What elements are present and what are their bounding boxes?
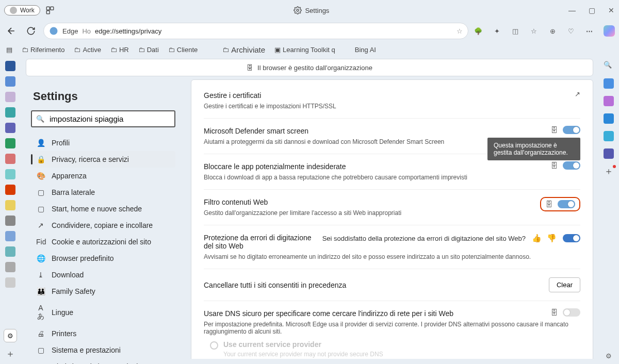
pinned-app[interactable] bbox=[5, 277, 15, 288]
clear-button[interactable]: Clear bbox=[549, 277, 580, 292]
profile-pill[interactable]: Work bbox=[4, 5, 40, 15]
close-button[interactable]: ✕ bbox=[608, 6, 615, 14]
vertical-tabs-button[interactable]: ▤ bbox=[6, 46, 12, 54]
dns-toggle[interactable] bbox=[563, 308, 580, 317]
nav-item-label: Sistema e prestazioni bbox=[52, 346, 121, 354]
sidebar-settings-icon[interactable]: ⚙ bbox=[606, 352, 612, 360]
nav-item-icon: ▢ bbox=[36, 346, 45, 354]
pinned-app[interactable] bbox=[5, 169, 15, 179]
minimize-button[interactable]: ― bbox=[568, 6, 576, 14]
settings-app-icon[interactable]: ⚙ bbox=[4, 329, 17, 342]
setting-certificates[interactable]: Gestire i certificati Gestire i certific… bbox=[204, 83, 580, 119]
nav-item-label: Condividere, copiare e incollare bbox=[52, 221, 153, 229]
pinned-app[interactable] bbox=[5, 76, 15, 87]
sidebar-add-button[interactable]: ＋ bbox=[604, 166, 614, 176]
add-app-button[interactable]: ＋ bbox=[6, 348, 15, 360]
setting-block-apps: Bloccare le app potenzialmente indesider… bbox=[204, 154, 580, 190]
settings-nav-item[interactable]: 🎨Apparenza bbox=[31, 168, 175, 184]
blockapps-toggle[interactable] bbox=[563, 161, 580, 170]
edge-logo-icon bbox=[49, 26, 58, 36]
sidebar-app-icon[interactable] bbox=[604, 96, 614, 106]
thumbs-up-icon[interactable]: 👍 bbox=[532, 234, 542, 243]
nav-item-icon: ▢ bbox=[36, 205, 45, 213]
bookmark-folder[interactable]: 🗀Dati bbox=[138, 46, 159, 54]
favorites-icon[interactable]: ☆ bbox=[529, 26, 539, 36]
settings-nav-item[interactable]: ↗Condividere, copiare e incollare bbox=[31, 217, 175, 234]
nav-item-label: Download bbox=[52, 271, 84, 279]
settings-nav-item[interactable]: 👤Profili bbox=[31, 135, 175, 151]
sidebar-shopping-icon[interactable] bbox=[604, 78, 614, 89]
copilot-icon[interactable] bbox=[604, 25, 615, 37]
refresh-button[interactable] bbox=[24, 24, 38, 38]
bookmark-link[interactable]: ▣Learning Toolkit q bbox=[274, 46, 335, 54]
bookmark-folder[interactable]: 🗀Active bbox=[74, 46, 101, 54]
settings-sidebar: Settings 🔍 👤Profili🔒Privacy, ricerca e s… bbox=[26, 79, 181, 359]
workspaces-icon[interactable] bbox=[45, 6, 55, 15]
pinned-app[interactable] bbox=[5, 154, 15, 164]
settings-nav-item[interactable]: ▢Start, home e nuove schede bbox=[31, 201, 175, 217]
bookmark-folder[interactable]: 🗀HR bbox=[110, 46, 129, 54]
pinned-app[interactable] bbox=[5, 138, 15, 148]
dns-option-current: Use current service provider Your curren… bbox=[204, 335, 580, 359]
settings-nav-item[interactable]: ▢Barra laterale bbox=[31, 184, 175, 201]
pinned-app[interactable] bbox=[5, 123, 15, 133]
sidebar-app-icon[interactable] bbox=[604, 131, 614, 141]
defender-toggle[interactable] bbox=[563, 126, 580, 134]
settings-nav-item[interactable]: 🔒Privacy, ricerca e servizi bbox=[31, 151, 175, 168]
webfilter-toggle[interactable] bbox=[558, 200, 575, 208]
bookmark-folder[interactable]: 🗀Riferimento bbox=[22, 46, 64, 54]
search-input[interactable] bbox=[48, 114, 170, 124]
pinned-app[interactable] bbox=[5, 185, 15, 195]
briefcase-lock-icon: 🗄 bbox=[545, 200, 552, 208]
url-bar[interactable]: Edge Ho edge://settings/privacy ☆ bbox=[43, 23, 468, 39]
settings-nav-item[interactable]: FidCookie e autorizzazioni del sito bbox=[31, 234, 175, 250]
split-view-icon[interactable]: ◫ bbox=[511, 26, 520, 36]
settings-nav-item[interactable]: 👪Family Safety bbox=[31, 283, 175, 300]
window-titlebar: Work Settings ― ▢ ✕ bbox=[0, 0, 619, 21]
nav-item-icon: 🖨 bbox=[36, 329, 45, 338]
managed-by-org-banner[interactable]: 🗄 Il browser è gestito dall'organizzazio… bbox=[26, 59, 593, 76]
favorite-star-icon[interactable]: ☆ bbox=[457, 27, 463, 35]
typo-toggle[interactable] bbox=[563, 234, 580, 242]
sidebar-search-icon[interactable]: 🔍 bbox=[604, 61, 614, 71]
sidebar-outlook-icon[interactable] bbox=[604, 113, 614, 124]
extensions-icon[interactable]: ✦ bbox=[492, 26, 501, 36]
pinned-app[interactable] bbox=[5, 262, 15, 272]
settings-nav-item[interactable]: 🖨Printers bbox=[31, 325, 175, 342]
briefcase-icon: 🗄 bbox=[247, 64, 253, 72]
bookmark-folder[interactable]: 🗀Archiviate bbox=[222, 45, 265, 54]
back-button[interactable] bbox=[4, 24, 19, 38]
maximize-button[interactable]: ▢ bbox=[588, 6, 595, 14]
right-sidebar: 🔍 ＋ ⚙ bbox=[598, 58, 619, 364]
pinned-app[interactable] bbox=[5, 216, 15, 226]
pinned-app[interactable] bbox=[5, 107, 15, 118]
bookmark-folder[interactable]: 🗀Cliente bbox=[168, 46, 198, 54]
more-menu-icon[interactable]: ⋯ bbox=[585, 26, 594, 36]
settings-nav-item[interactable]: ▢Sistema e prestazioni bbox=[31, 342, 175, 358]
window-title: Settings bbox=[305, 7, 329, 14]
external-link-icon[interactable]: ↗ bbox=[575, 90, 580, 98]
settings-nav-item[interactable]: AあLingue bbox=[31, 300, 175, 325]
svg-point-3 bbox=[297, 9, 299, 11]
pinned-app[interactable] bbox=[5, 246, 15, 257]
settings-search[interactable]: 🔍 bbox=[31, 110, 175, 127]
settings-panel[interactable]: Gestire i certificati Gestire i certific… bbox=[191, 79, 593, 359]
nav-item-icon: ▢ bbox=[36, 188, 45, 196]
feedback-question: Sei soddisfatto della protezione da erro… bbox=[322, 235, 526, 242]
browser-essentials-icon[interactable]: ♡ bbox=[566, 26, 576, 36]
settings-nav-item[interactable]: ⤓Download bbox=[31, 267, 175, 283]
url-separator: Ho bbox=[82, 27, 91, 35]
settings-nav-item[interactable]: 🌐Browser predefinito bbox=[31, 250, 175, 267]
thumbs-down-icon[interactable]: 👎 bbox=[547, 234, 557, 243]
settings-nav-item[interactable]: ↺Ripristinare le impostazioni bbox=[31, 358, 175, 364]
browser-toolbar: Edge Ho edge://settings/privacy ☆ 🌳 ✦ ◫ … bbox=[0, 21, 619, 41]
setting-clear-allowed: Cancellare tutti i siti consentiti in pr… bbox=[204, 269, 580, 301]
extension-icon-1[interactable]: 🌳 bbox=[474, 26, 483, 36]
collections-icon[interactable]: ⊕ bbox=[548, 26, 557, 36]
pinned-app[interactable] bbox=[5, 231, 15, 241]
pinned-app[interactable] bbox=[5, 61, 15, 71]
pinned-app[interactable] bbox=[5, 200, 15, 210]
pinned-app[interactable] bbox=[5, 92, 15, 102]
sidebar-teams-icon[interactable] bbox=[604, 148, 614, 159]
bookmark-link[interactable]: Bing AI bbox=[355, 46, 376, 54]
